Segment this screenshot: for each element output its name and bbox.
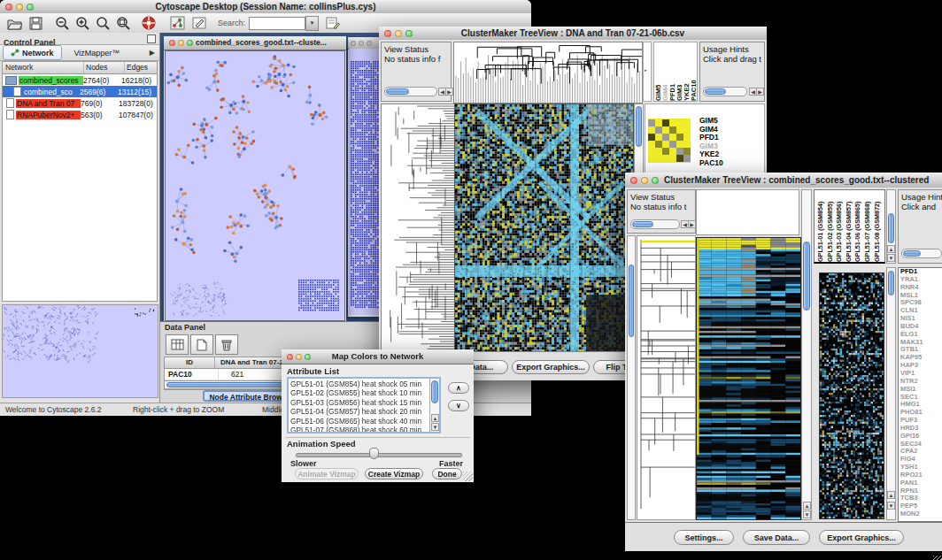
float-panel-icon[interactable] [147,35,156,43]
view-status-hscrollbar[interactable] [630,219,680,229]
correlation-matrix-canvas[interactable] [648,119,691,163]
network-table-row[interactable]: RNAPuberNov2+563(0)107847(0) [3,109,157,120]
gene-list-item[interactable]: GIM5 [699,117,761,126]
scroll-up-icon[interactable]: ▲ [803,502,811,510]
gene-list-item[interactable]: HRD3 [899,425,942,433]
attribute-list-item[interactable]: GPL51-01 (GSM854) heat shock 05 min [290,380,437,388]
minimize-icon[interactable] [359,41,364,46]
attribute-list-item[interactable]: GPL51-07 (GSM868) heat shock 60 min [290,426,437,433]
gene-list-item[interactable]: YRA1 [899,276,942,284]
gene-list-item[interactable]: GIM3 [699,142,761,151]
attribute-list-item[interactable]: GPL51-03 (GSM856) heat shock 15 min [290,398,437,407]
gene-list-item[interactable]: VIP1 [899,370,942,378]
gene-list-item[interactable]: GPI16 [899,433,942,441]
gene-list-item[interactable]: PHO81 [899,409,942,417]
search-dropdown-icon[interactable]: ▼ [305,16,319,31]
gene-list-item[interactable]: PUF3 [899,417,942,425]
gene-list-item[interactable]: HAP3 [899,362,942,370]
gene-list-item[interactable]: TCB3 [899,495,942,502]
gene-list-item[interactable]: SEC1 [899,394,942,402]
scroll-down-icon[interactable]: ▼ [887,254,895,262]
gene-list-item[interactable]: MON2 [899,510,942,518]
gene-list-item[interactable]: KAP95 [899,354,942,362]
attribute-list-item[interactable]: GPL51-04 (GSM857) heat shock 20 min [290,407,437,416]
row-dendrogram-canvas[interactable] [381,104,455,353]
create-vizmap-button[interactable]: Create Vizmap [365,468,423,479]
scroll-up-icon[interactable]: ▲ [887,491,895,499]
scroll-right-icon[interactable]: ▶ [445,88,453,96]
scroll-up-icon[interactable]: ▲ [431,414,439,422]
network-table-row[interactable]: DNA and Tran 07769(0)183728(0) [3,97,157,109]
gene-list-item[interactable]: MSI1 [899,386,942,394]
help-lifering-icon[interactable] [142,16,156,30]
zoom-window-icon[interactable] [367,41,372,46]
table-mode-icon[interactable] [166,334,189,355]
gene-list-item[interactable]: MSL1 [899,292,942,300]
open-icon[interactable] [7,17,22,30]
gene-list-item[interactable]: CPA2 [899,448,942,456]
column-labels-vscrollbar[interactable]: ▲ ▼ [886,189,896,264]
usage-hints-hscrollbar[interactable] [901,249,942,258]
resize-grip[interactable] [463,472,473,481]
gene-list-item[interactable]: HMG1 [899,401,942,409]
dense-network-canvas[interactable] [349,49,381,315]
close-icon[interactable] [351,41,356,46]
gene-list-item[interactable]: FIG4 [899,456,942,464]
resize-grip[interactable] [933,556,942,560]
network-view-titlebar[interactable]: combined_scores_good.txt--cluste... [164,36,346,50]
delete-attribute-icon[interactable] [215,334,238,355]
speed-slider-thumb[interactable] [369,448,379,459]
gene-list-item[interactable]: GIM4 [699,126,761,134]
row-dendrogram-canvas[interactable] [637,235,696,520]
gene-list-vscrollbar[interactable]: ▲ ▼ [886,267,896,520]
attribute-list-item[interactable]: GPL51-06 (GSM865) heat shock 40 min [290,417,437,426]
new-network-icon[interactable] [170,16,185,30]
scroll-up-icon[interactable]: ▲ [887,245,895,253]
gene-list-item[interactable]: SPC98 [899,299,942,307]
tab-overflow-icon[interactable]: ▶ [150,49,155,57]
attribute-list-item[interactable]: GPL51-02 (GSM855) heat shock 10 min [290,388,437,397]
view-status-hscrollbar[interactable] [384,87,437,96]
heatmap-vscrollbar[interactable]: ▲ ▼ [801,189,812,520]
scroll-down-icon[interactable]: ▼ [431,423,439,431]
done-button[interactable]: Done [432,468,462,479]
gene-list-item[interactable]: NIS1 [899,315,942,323]
gene-list-item[interactable]: PFD1 [899,268,942,276]
new-attribute-icon[interactable] [190,334,213,355]
move-down-button[interactable]: ∨ [448,400,469,411]
col-header-nodes[interactable]: Nodes [84,62,125,73]
network-view-window[interactable]: combined_scores_good.txt--cluste... [164,36,346,321]
export-graphics-button[interactable]: Export Graphics... [819,530,904,545]
gene-list-item[interactable]: NTR2 [899,378,942,386]
search-input[interactable] [249,17,305,30]
column-dendrogram-canvas[interactable] [453,42,643,104]
attribute-list-vscrollbar[interactable]: ▲ ▼ [429,379,439,432]
gene-list-item[interactable]: CLN1 [899,307,942,315]
speed-slider-track[interactable] [296,453,462,457]
zoom-selected-icon[interactable] [96,16,111,30]
network-view-canvas[interactable] [165,50,345,321]
settings-button[interactable]: Settings... [674,530,734,545]
zoom-fit-icon[interactable] [116,16,131,30]
gene-list-item[interactable]: RPN1 [899,487,942,495]
col-header-edges[interactable]: Edges [125,62,157,73]
vizmapper-icon[interactable] [192,16,207,30]
network-table-row[interactable]: combined_sco2569(6)13112(15) [3,86,157,97]
heatmap-canvas[interactable] [454,104,634,353]
strip-arrow-icon[interactable]: ▸ [645,67,647,73]
network-overview-canvas[interactable] [2,304,158,398]
gene-list-item[interactable]: SEC24 [899,441,942,449]
col-header-network[interactable]: Network [3,62,84,73]
animate-vizmap-button[interactable]: Animate Vizmap [295,468,359,479]
gene-list-item[interactable]: BUD4 [899,323,942,331]
move-up-button[interactable]: ∧ [448,382,469,394]
gene-list-item[interactable]: PFD1 [699,134,761,142]
gene-list-item[interactable]: YKE2 [699,150,761,159]
treeview2-titlebar[interactable]: ClusterMaker TreeView : combined_scores_… [625,173,942,188]
global-heatmap-canvas[interactable] [819,272,884,519]
gene-list-item[interactable]: RNR4 [899,284,942,292]
gene-list-item[interactable]: PAN1 [899,479,942,487]
dendrogram-vscrollbar[interactable] [627,235,636,520]
annotation-icon[interactable] [326,16,340,30]
data-col-id[interactable]: ID [165,357,215,368]
